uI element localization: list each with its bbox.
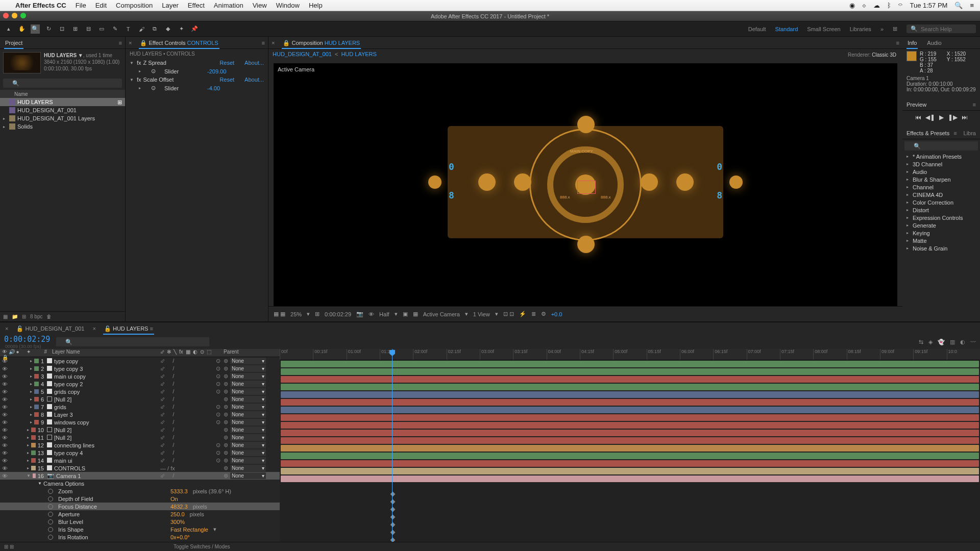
comp-flowchart-icon[interactable]: ⊞ xyxy=(117,99,125,106)
comp-flowchart-icon[interactable]: ⚙ xyxy=(541,311,546,317)
zoom-tool-icon[interactable]: 🔍 xyxy=(31,24,40,34)
shape-tool-icon[interactable]: ▭ xyxy=(97,24,106,34)
menu-extras-icon[interactable]: ≡ xyxy=(970,2,974,9)
resolution-dropdown[interactable]: Half xyxy=(379,311,389,317)
renderer-dropdown[interactable]: Classic 3D xyxy=(872,52,896,58)
timeline-layer-row[interactable]: 👁 ▸13 type copy 4 ⬃ /⊙ ⊚None ▾ xyxy=(0,449,280,457)
timeline-layer-row[interactable]: 👁 ▸9 windows copy ⬃ /⊙ ⊚None ▾ xyxy=(0,418,280,426)
last-frame-button[interactable]: ⏭ xyxy=(962,114,968,121)
visibility-toggle-icon[interactable]: 👁 xyxy=(2,419,8,425)
camera-property-row[interactable]: Depth of Field On xyxy=(0,495,280,503)
label-color-swatch[interactable] xyxy=(34,412,39,417)
selection-tool-icon[interactable]: ▴ xyxy=(4,24,13,34)
slider-value[interactable]: -4.00 xyxy=(207,85,220,91)
draft-3d-icon[interactable]: ◈ xyxy=(928,339,933,345)
pickwhip-icon[interactable]: ⊚ xyxy=(224,411,228,418)
about-link[interactable]: About... xyxy=(244,60,264,66)
layer-bar[interactable] xyxy=(280,475,980,483)
puppet-tool-icon[interactable]: 📌 xyxy=(190,24,199,34)
layer-name[interactable]: grids copy xyxy=(54,389,80,395)
effects-preset-category[interactable]: ▸CINEMA 4D xyxy=(902,191,980,198)
menu-layer[interactable]: Layer xyxy=(162,2,179,9)
hand-tool-icon[interactable]: ✋ xyxy=(17,24,27,34)
project-item[interactable]: ▸Solids xyxy=(0,122,125,131)
bluetooth-icon[interactable]: ᛒ xyxy=(887,2,891,9)
keyframe-lane[interactable] xyxy=(280,498,980,506)
interpret-footage-icon[interactable]: ▦ xyxy=(3,314,8,319)
lock-icon[interactable]: 🔒 xyxy=(283,40,290,46)
roto-tool-icon[interactable]: ✦ xyxy=(177,24,186,34)
layer-bar[interactable] xyxy=(280,467,980,475)
layer-bar[interactable] xyxy=(280,437,980,444)
keyframe-lane[interactable] xyxy=(280,506,980,513)
toggle-switches-icon[interactable]: ⊞ ⊞ xyxy=(4,544,14,549)
views-dropdown[interactable]: 1 View xyxy=(473,311,490,317)
pickwhip-icon[interactable]: ⊚ xyxy=(224,373,228,380)
reset-link[interactable]: Reset xyxy=(219,77,234,83)
keyframe-icon[interactable] xyxy=(390,538,396,542)
frame-blend-icon[interactable]: ▥ xyxy=(950,339,955,345)
minimize-window-button[interactable] xyxy=(12,13,17,18)
label-color-swatch[interactable] xyxy=(31,450,36,455)
layer-name[interactable]: type copy 3 xyxy=(54,366,83,372)
workspace-small-screen[interactable]: Small Screen xyxy=(807,26,840,32)
visibility-toggle-icon[interactable]: 👁 xyxy=(2,396,8,403)
pickwhip-icon[interactable]: ⊚ xyxy=(224,358,228,364)
workspace-reset-icon[interactable]: ⊞ xyxy=(893,26,897,32)
layer-name[interactable]: connecting lines xyxy=(54,442,94,448)
effects-search-input[interactable] xyxy=(904,141,978,151)
parent-dropdown[interactable]: None ▾ xyxy=(230,442,266,448)
pickwhip-icon[interactable]: ⊚ xyxy=(224,457,228,464)
visibility-toggle-icon[interactable]: 👁 xyxy=(2,450,8,456)
menu-window[interactable]: Window xyxy=(276,2,300,9)
pickwhip-icon[interactable]: ⊚ xyxy=(224,396,228,403)
effect-property[interactable]: ▸⊙Slider-4.00 xyxy=(126,84,268,92)
label-color-swatch[interactable] xyxy=(31,435,36,440)
composition-tab[interactable]: 🔒 Composition HUD LAYERS xyxy=(278,37,365,49)
audio-tab[interactable]: Audio xyxy=(922,37,946,49)
menu-view[interactable]: View xyxy=(253,2,267,9)
slider-value[interactable]: -209.00 xyxy=(207,68,226,74)
close-panel-icon[interactable]: × xyxy=(268,40,278,46)
camera-property-row[interactable]: Aperture 250.0 pixels xyxy=(0,510,280,518)
parent-dropdown[interactable]: None ▾ xyxy=(230,427,266,433)
timeline-layer-row[interactable]: 👁 ▸8 Layer 3 ⬃ /⊙ ⊚None ▾ xyxy=(0,411,280,418)
property-value[interactable]: 4832.3 xyxy=(170,504,188,510)
timeline-layer-row[interactable]: 👁 ▸4 type copy 2 ⬃ /⊙ ⊚None ▾ xyxy=(0,380,280,388)
footage-thumbnail[interactable] xyxy=(3,52,41,73)
camera-property-row[interactable]: Iris Rotation 0x+0.0° xyxy=(0,533,280,541)
layer-name[interactable]: type copy 4 xyxy=(54,450,83,456)
stopwatch-icon[interactable] xyxy=(48,519,53,524)
pickwhip-icon[interactable]: ⊚ xyxy=(224,419,228,425)
keyframe-icon[interactable] xyxy=(390,499,396,505)
stopwatch-icon[interactable] xyxy=(48,496,53,502)
layer-bar[interactable] xyxy=(280,391,980,398)
clock[interactable]: Tue 1:57 PM xyxy=(910,2,947,9)
about-link[interactable]: About... xyxy=(244,77,264,83)
effects-preset-category[interactable]: ▸Distort xyxy=(902,206,980,214)
menu-effect[interactable]: Effect xyxy=(188,2,205,9)
parent-dropdown[interactable]: None ▾ xyxy=(230,404,266,410)
zoom-window-button[interactable] xyxy=(20,13,26,18)
layer-bar[interactable] xyxy=(280,383,980,391)
effects-preset-category[interactable]: ▸Keying xyxy=(902,229,980,237)
roi-icon[interactable]: ▣ xyxy=(403,311,408,317)
wifi-icon[interactable]: ⌔ xyxy=(898,2,902,9)
visibility-toggle-icon[interactable]: 👁 xyxy=(2,373,8,380)
fast-previews-icon[interactable]: ⚡ xyxy=(519,311,526,317)
menu-animation[interactable]: Animation xyxy=(214,2,243,9)
label-color-swatch[interactable] xyxy=(34,397,39,402)
keyframe-icon[interactable] xyxy=(390,492,396,497)
transparency-grid-icon[interactable]: ▦ xyxy=(413,311,418,317)
panel-menu-icon[interactable]: ≡ xyxy=(262,40,268,46)
playhead[interactable] xyxy=(392,349,393,542)
parent-dropdown[interactable]: None ▾ xyxy=(230,465,266,471)
pen-tool-icon[interactable]: ✎ xyxy=(110,24,119,34)
pickwhip-icon[interactable]: ⊚ xyxy=(224,442,228,448)
effects-preset-category[interactable]: ▸Audio xyxy=(902,168,980,176)
column-layer-name[interactable]: Layer Name xyxy=(47,349,157,357)
layer-name[interactable]: windows copy xyxy=(54,419,89,425)
label-color-swatch[interactable] xyxy=(31,458,36,463)
camera-tool-icon[interactable]: ⊞ xyxy=(70,24,80,34)
layer-bar[interactable] xyxy=(280,429,980,437)
